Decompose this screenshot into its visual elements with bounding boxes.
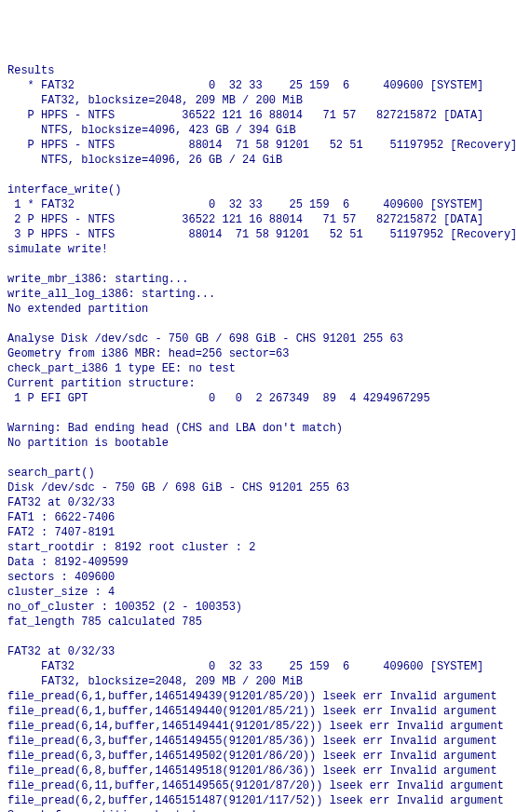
log-line: FAT2 : 7407-8191: [7, 525, 509, 540]
log-line: 3 P HPFS - NTFS 88014 71 58 91201 52 51 …: [7, 227, 509, 242]
log-line: [7, 168, 509, 183]
log-line: [7, 317, 509, 332]
log-line: FAT32, blocksize=2048, 209 MB / 200 MiB: [7, 93, 509, 108]
log-line: start_rootdir : 8192 root cluster : 2: [7, 540, 509, 555]
log-line: Disk /dev/sdc - 750 GB / 698 GiB - CHS 9…: [7, 480, 509, 495]
log-line: Analyse Disk /dev/sdc - 750 GB / 698 GiB…: [7, 332, 509, 346]
log-line: [7, 629, 509, 644]
log-line: NTFS, blocksize=4096, 26 GB / 24 GiB: [7, 153, 509, 168]
log-line: check_part_i386 1 type EE: no test: [7, 361, 509, 376]
log-line: Warning: Bad ending head (CHS and LBA do…: [7, 421, 509, 436]
log-line: FAT32 at 0/32/33: [7, 644, 509, 659]
log-line: write_all_log_i386: starting...: [7, 287, 509, 302]
log-line: FAT32, blocksize=2048, 209 MB / 200 MiB: [7, 674, 509, 689]
log-line: Search for partition aborted: [7, 808, 509, 812]
log-line: file_pread(6,3,buffer,1465149502(91201/8…: [7, 749, 509, 764]
log-line: file_pread(6,11,buffer,1465149565(91201/…: [7, 778, 509, 793]
log-line: search_part(): [7, 466, 509, 480]
log-line: [7, 257, 509, 272]
log-line: file_pread(6,1,buffer,1465149439(91201/8…: [7, 689, 509, 704]
log-line: FAT32 0 32 33 25 159 6 409600 [SYSTEM]: [7, 659, 509, 674]
log-line: file_pread(6,1,buffer,1465149440(91201/8…: [7, 704, 509, 719]
log-line: [7, 406, 509, 421]
log-line: Results: [7, 63, 509, 78]
log-line: P HPFS - NTFS 88014 71 58 91201 52 51 51…: [7, 138, 509, 153]
log-line: simulate write!: [7, 242, 509, 257]
log-line: Data : 8192-409599: [7, 555, 509, 570]
log-line: Geometry from i386 MBR: head=256 sector=…: [7, 346, 509, 361]
log-line: interface_write(): [7, 183, 509, 197]
terminal-output: Results * FAT32 0 32 33 25 159 6 409600 …: [7, 63, 509, 812]
log-line: file_pread(6,2,buffer,1465151487(91201/1…: [7, 793, 509, 808]
log-line: cluster_size : 4: [7, 585, 509, 600]
log-line: Current partition structure:: [7, 376, 509, 391]
log-line: fat_length 785 calculated 785: [7, 615, 509, 629]
log-line: sectors : 409600: [7, 570, 509, 585]
log-line: [7, 451, 509, 466]
log-line: No partition is bootable: [7, 436, 509, 451]
log-line: P HPFS - NTFS 36522 121 16 88014 71 57 8…: [7, 108, 509, 123]
log-line: no_of_cluster : 100352 (2 - 100353): [7, 600, 509, 615]
log-line: NTFS, blocksize=4096, 423 GB / 394 GiB: [7, 123, 509, 138]
log-line: No extended partition: [7, 302, 509, 317]
log-line: file_pread(6,14,buffer,1465149441(91201/…: [7, 719, 509, 734]
log-line: 1 * FAT32 0 32 33 25 159 6 409600 [SYSTE…: [7, 197, 509, 212]
log-line: 1 P EFI GPT 0 0 2 267349 89 4 4294967295: [7, 391, 509, 406]
log-line: * FAT32 0 32 33 25 159 6 409600 [SYSTEM]: [7, 78, 509, 93]
log-line: 2 P HPFS - NTFS 36522 121 16 88014 71 57…: [7, 212, 509, 227]
log-line: write_mbr_i386: starting...: [7, 272, 509, 287]
log-line: file_pread(6,8,buffer,1465149518(91201/8…: [7, 764, 509, 778]
log-line: FAT32 at 0/32/33: [7, 495, 509, 510]
log-line: FAT1 : 6622-7406: [7, 510, 509, 525]
log-line: file_pread(6,3,buffer,1465149455(91201/8…: [7, 734, 509, 749]
